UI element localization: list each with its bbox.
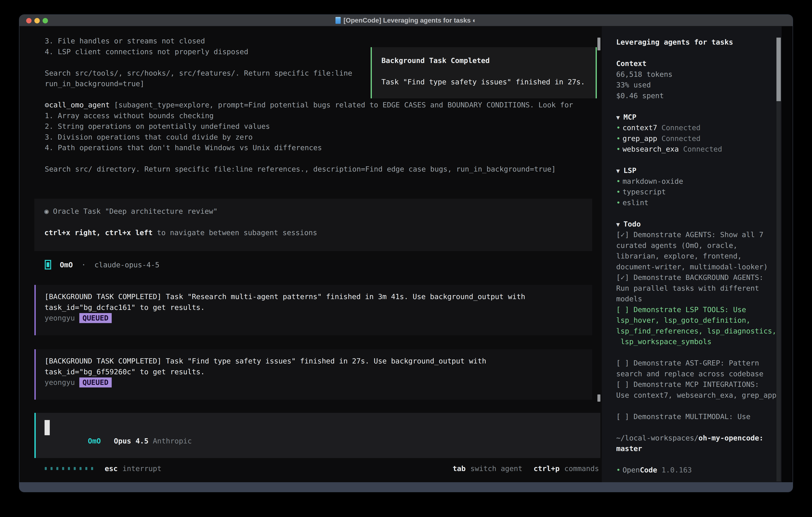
todo-line-done: models — [616, 294, 774, 304]
tool-call-line: 3. Division operations that could divide… — [45, 132, 573, 142]
traffic-lights — [26, 18, 48, 23]
todo-line-pending: [ ] Demonstrate MCP INTEGRATIONS: — [616, 379, 774, 390]
ctrlp-key-label: commands — [564, 464, 599, 472]
scrollback-line: 3. File handles or streams not closed — [45, 35, 352, 46]
todo-line-active: lsp_hover, lsp_goto_definition, — [616, 315, 774, 326]
separator-dot: · — [82, 261, 86, 269]
oracle-task-card[interactable]: ◉ Oracle Task "Deep architecture review"… — [34, 199, 592, 251]
context-tokens: 66,518 tokens — [616, 69, 774, 80]
task-result-line: task_id="bg_dcfac161" to get results. — [45, 302, 592, 313]
background-task-result: [BACKGROUND TASK COMPLETED] Task "Find t… — [34, 349, 592, 400]
todo-line-done: Run parallel tasks with different — [616, 283, 774, 294]
oracle-task-title: ◉ Oracle Task "Deep architecture review" — [45, 206, 592, 217]
toast-body: Task "Find type safety issues" finished … — [381, 77, 596, 87]
scrollback-line: 4. LSP client connections not properly d… — [45, 46, 352, 57]
chat-scrollbar-thumb[interactable] — [598, 37, 601, 50]
tool-call-block: ⚙call_omo_agent [subagent_type=explore, … — [45, 100, 573, 174]
session-sidebar: Leveraging agents for tasks Context 66,5… — [602, 26, 782, 482]
mcp-item: •websearch_exa Connected — [616, 144, 774, 155]
task-user: yeongyu — [45, 378, 75, 386]
task-result-line: [BACKGROUND TASK COMPLETED] Task "Find t… — [45, 356, 592, 366]
todo-line-done: curated agents (OmO, oracle, — [616, 240, 774, 251]
prompt-input[interactable]: OmO Opus 4.5 Anthropic — [34, 413, 601, 458]
context-used: 33% used — [616, 80, 774, 90]
input-provider-name: Anthropic — [153, 437, 192, 445]
collapse-triangle-icon: ▼ — [616, 167, 624, 174]
input-model-name[interactable]: Opus 4.5 — [114, 437, 148, 445]
session-title: Leveraging agents for tasks — [616, 37, 774, 48]
agent-square-icon — [45, 260, 51, 270]
shortcut-keys: ctrl+x right, ctrl+x left — [45, 228, 153, 237]
scrollback-text: 3. File handles or streams not closed 4.… — [45, 35, 352, 89]
toast-title: Background Task Completed — [381, 55, 596, 66]
queued-badge: QUEUED — [79, 377, 112, 387]
tool-call-line: 1. Array access without bounds checking — [45, 110, 573, 121]
todo-line-done: [✓] Demonstrate BACKGROUND AGENTS: — [616, 272, 774, 283]
agent-name — [51, 261, 60, 269]
opencode-version: •OpenCode 1.0.163 — [616, 465, 774, 475]
esc-key-label: interrupt — [122, 464, 162, 472]
scrollback-line: Search src/tools/, src/hooks/, src/featu… — [45, 68, 352, 79]
lsp-item: •eslint — [616, 197, 774, 208]
todo-line-done: document-writer, multimodal-looker) — [616, 262, 774, 272]
background-task-result: [BACKGROUND TASK COMPLETED] Task "Resear… — [34, 285, 592, 335]
collapse-triangle-icon: ▼ — [616, 114, 624, 121]
todo-line-pending: [ ] Demonstrate MULTIMODAL: Use — [616, 411, 774, 422]
status-bullet-icon: • — [616, 466, 620, 474]
lsp-item: •typescript — [616, 187, 774, 197]
status-bullet-icon: • — [616, 134, 620, 142]
task-result-line: task_id="bg_6f59260c" to get results. — [45, 366, 592, 377]
git-branch: master — [616, 443, 774, 454]
context-heading: Context — [616, 58, 774, 69]
collapse-triangle-icon: ▼ — [616, 221, 624, 228]
status-bullet-icon: • — [616, 198, 620, 207]
window-title: [OpenCode] Leveraging agents for tasks ◐ — [344, 17, 476, 24]
gear-icon: ⚙ — [45, 101, 49, 109]
task-result-line: [BACKGROUND TASK COMPLETED] Task "Resear… — [45, 291, 592, 302]
lsp-item: •markdown-oxide — [616, 176, 774, 187]
workspace-path: ~/local-workspaces/oh-my-opencode: — [616, 433, 774, 443]
queued-badge: QUEUED — [79, 313, 112, 323]
window-right-gutter — [782, 26, 793, 482]
tool-name: call_omo_agent — [49, 101, 110, 109]
todo-line-pending: [ ] Demonstrate AST-GREP: Pattern — [616, 358, 774, 369]
todo-line-active: [ ] Demonstrate LSP TOOLS: Use — [616, 304, 774, 315]
sidebar-scrollbar-track[interactable] — [777, 37, 781, 482]
todo-line-done: librarian, explore, frontend, — [616, 251, 774, 262]
scrollback-line: run_in_background=true] — [45, 78, 352, 89]
chat-scrollbar-thumb[interactable] — [598, 394, 601, 402]
tool-call-line: Search src/ directory. Return specific f… — [45, 164, 573, 174]
task-user: yeongyu — [45, 314, 75, 322]
input-agent-name: OmO — [88, 437, 101, 445]
todo-line-pending: search and replace across codebase — [616, 369, 774, 379]
ctrlp-key-hint: ctrl+p — [534, 464, 560, 472]
todo-line-done: [✓] Demonstrate AGENTS: Show all 7 — [616, 229, 774, 240]
todo-section-header[interactable]: ▼ Todo — [616, 219, 774, 229]
tab-key-hint: tab — [453, 464, 466, 472]
minimize-button[interactable] — [34, 18, 40, 23]
status-bullet-icon: • — [616, 177, 620, 185]
status-bullet-icon: • — [616, 124, 620, 132]
window-bottom-edge — [19, 482, 793, 492]
lsp-section-header[interactable]: ▼ LSP — [616, 165, 774, 176]
document-icon — [336, 17, 341, 24]
titlebar: [OpenCode] Leveraging agents for tasks ◐ — [19, 15, 793, 26]
todo-line-pending: Use context7, websearch_exa, grep_app — [616, 390, 774, 401]
agent-name: OmO — [60, 261, 73, 269]
status-bar: esc interrupt tab switch agent ctrl+p co… — [45, 463, 599, 474]
close-button[interactable] — [26, 18, 32, 23]
status-bullet-icon: • — [616, 188, 620, 196]
maximize-button[interactable] — [42, 18, 48, 23]
status-bullet-icon: • — [616, 145, 620, 153]
working-spinner-dots — [45, 467, 93, 470]
mcp-section-header[interactable]: ▼ MCP — [616, 112, 774, 123]
tool-args: [subagent_type=explore, prompt=Find pote… — [110, 101, 573, 109]
agent-header: OmO · claude-opus-4-5 — [45, 259, 160, 271]
sidebar-scrollbar-thumb[interactable] — [777, 37, 781, 101]
agent-model: claude-opus-4-5 — [94, 261, 160, 269]
shortcut-hint: to navigate between subagent sessions — [153, 228, 317, 237]
mcp-item: •context7 Connected — [616, 123, 774, 133]
todo-line-active: lsp_find_references, lsp_diagnostics, — [616, 326, 774, 336]
todo-line-active: lsp_workspace_symbols — [616, 336, 774, 347]
esc-key-hint: esc — [105, 464, 118, 472]
